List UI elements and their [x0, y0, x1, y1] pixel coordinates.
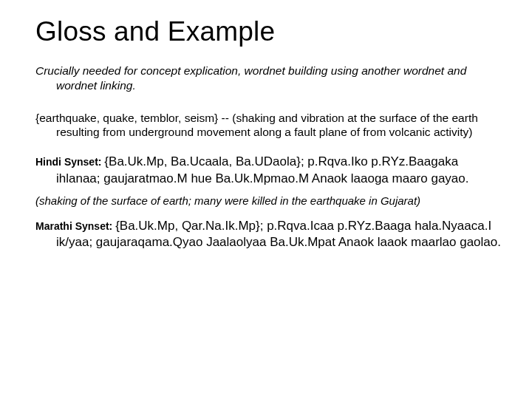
hindi-synset-text: {Ba.Uk.Mp, Ba.Ucaala, Ba.UDaola}; p.Rqva… — [56, 154, 469, 185]
slide: Gloss and Example Crucially needed for c… — [0, 0, 532, 399]
slide-title: Gloss and Example — [35, 16, 504, 47]
hindi-synset-block: Hindi Synset: {Ba.Uk.Mp, Ba.Ucaala, Ba.U… — [35, 154, 504, 186]
english-example: {earthquake, quake, temblor, seism} -- (… — [35, 111, 504, 140]
marathi-synset-block: Marathi Synset: {Ba.Uk.Mp, Qar.Na.Ik.Mp}… — [35, 218, 504, 250]
hindi-gloss: (shaking of the surface of earth; many w… — [35, 194, 504, 208]
marathi-synset-text: {Ba.Uk.Mp, Qar.Na.Ik.Mp}; p.Rqva.Icaa p.… — [56, 219, 501, 249]
lead-paragraph: Crucially needed for concept explication… — [35, 64, 504, 93]
hindi-synset-label: Hindi Synset: — [35, 156, 104, 168]
marathi-synset-label: Marathi Synset: — [35, 220, 115, 232]
